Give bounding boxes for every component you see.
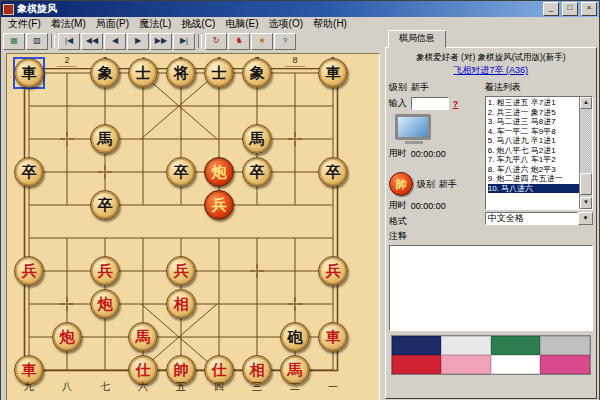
magic-icon[interactable]: ★ (251, 33, 273, 50)
move-list-item[interactable]: 6. 炮八平七 马2进1 (488, 146, 579, 156)
piece-black-卒[interactable]: 卒 (90, 190, 120, 220)
flip-board-icon[interactable]: ↻ (205, 33, 227, 50)
board-icon[interactable]: ▦ (3, 33, 25, 50)
tab-strip: 棋局信息 (385, 31, 599, 47)
move-list-item[interactable]: 10. 马八进六 (488, 184, 579, 194)
color-swatch[interactable] (441, 355, 491, 374)
piece-black-士[interactable]: 士 (204, 58, 234, 88)
board-column: ▦▨|◀◀◀◀▶▶▶▶|↻♞★? 123456789 車象士将士象車馬馬卒卒卒卒… (1, 31, 385, 400)
piece-black-士[interactable]: 士 (128, 58, 158, 88)
color-swatch[interactable] (441, 336, 491, 355)
piece-black-卒[interactable]: 卒 (242, 157, 272, 187)
menu-item[interactable]: 帮助(H) (308, 17, 352, 31)
move-input[interactable] (411, 97, 449, 110)
scroll-down-icon[interactable]: ▼ (580, 197, 592, 209)
piece-red-兵[interactable]: 兵 (90, 256, 120, 286)
move-list-item[interactable]: 5. 马八进九 卒1进1 (488, 136, 579, 146)
move-list-item[interactable]: 3. 马二进三 马8进7 (488, 117, 579, 127)
players-and-moves: 级别 新手 输入 ? 用时 (389, 81, 593, 228)
column-numeral: 六 (133, 380, 153, 394)
tab-game-info[interactable]: 棋局信息 (388, 30, 446, 48)
menu-item[interactable]: 魔法(L) (134, 17, 176, 31)
chevron-down-icon[interactable]: ▼ (578, 212, 593, 225)
forward-ten-icon[interactable]: ▶▶ (150, 33, 172, 50)
piece-red-炮[interactable]: 炮 (90, 289, 120, 319)
piece-black-象[interactable]: 象 (242, 58, 272, 88)
piece-red-炮[interactable]: 炮 (204, 157, 234, 187)
column-number: 8 (285, 54, 305, 67)
piece-black-卒[interactable]: 卒 (166, 157, 196, 187)
menu-item[interactable]: 文件(F) (3, 17, 46, 31)
menu-item[interactable]: 挑战(C) (176, 17, 220, 31)
back-icon[interactable]: ◀ (104, 33, 126, 50)
piece-black-象[interactable]: 象 (90, 58, 120, 88)
move-list-scrollbar[interactable]: ▲ ▼ (579, 97, 592, 209)
move-list-item[interactable]: 9. 炮二进四 兵五进一 (488, 174, 579, 184)
piece-black-馬[interactable]: 馬 (90, 124, 120, 154)
scroll-up-icon[interactable]: ▲ (580, 97, 592, 109)
color-swatch[interactable] (392, 336, 442, 355)
toolbar-separator (51, 34, 55, 48)
color-swatch[interactable] (540, 336, 590, 355)
menu-item[interactable]: 着法(M) (46, 17, 91, 31)
human-time-label: 用时 (389, 199, 407, 212)
format-value[interactable]: 中文全格 (485, 212, 578, 225)
scroll-track[interactable] (580, 109, 592, 197)
piece-red-兵[interactable]: 兵 (14, 256, 44, 286)
move-list-item[interactable]: 4. 车一平二 车9平8 (488, 127, 579, 137)
piece-black-将[interactable]: 将 (166, 58, 196, 88)
last-move-icon[interactable]: ▶| (173, 33, 195, 50)
move-list-item[interactable]: 2. 兵三进一 象7进5 (488, 108, 579, 118)
menu-item[interactable]: 选项(O) (264, 17, 308, 31)
color-swatch[interactable] (491, 336, 541, 355)
app-icon (3, 4, 14, 15)
help-icon[interactable]: ? (274, 33, 296, 50)
opening-link[interactable]: 飞相对进7卒 (A36) (389, 64, 593, 77)
players-line: 象棋爱好者 (对) 象棋旋风(试用版)(新手) (389, 52, 593, 62)
column-numeral: 九 (19, 380, 39, 394)
input-help-link[interactable]: ? (453, 99, 459, 109)
board-area: 123456789 車象士将士象車馬馬卒卒卒卒卒砲炮兵兵兵兵兵炮相炮馬車車仕帥仕… (1, 51, 385, 400)
menu-item[interactable]: 电脑(E) (220, 17, 263, 31)
piece-red-相[interactable]: 相 (166, 289, 196, 319)
player-info-column: 级别 新手 输入 ? 用时 (389, 81, 481, 228)
piece-red-馬[interactable]: 馬 (128, 322, 158, 352)
minimize-button[interactable]: _ (543, 2, 559, 16)
column-numeral: 一 (323, 380, 343, 394)
forward-icon[interactable]: ▶ (127, 33, 149, 50)
piece-black-卒[interactable]: 卒 (318, 157, 348, 187)
piece-black-車[interactable]: 車 (14, 58, 44, 88)
app-window: 象棋旋风 _ □ × 文件(F)着法(M)局面(P)魔法(L)挑战(C)电脑(E… (0, 0, 600, 400)
back-ten-icon[interactable]: ◀◀ (81, 33, 103, 50)
title-bar: 象棋旋风 _ □ × (1, 1, 599, 17)
piece-black-車[interactable]: 車 (318, 58, 348, 88)
piece-red-兵[interactable]: 兵 (204, 190, 234, 220)
piece-red-炮[interactable]: 炮 (52, 322, 82, 352)
menu-item[interactable]: 局面(P) (91, 17, 134, 31)
move-input-label: 输入 (389, 97, 407, 110)
notes-box[interactable] (389, 245, 593, 331)
window-title: 象棋旋风 (17, 2, 540, 16)
color-swatch[interactable] (491, 355, 541, 374)
xiangqi-board[interactable]: 123456789 車象士将士象車馬馬卒卒卒卒卒砲炮兵兵兵兵兵炮相炮馬車車仕帥仕… (6, 53, 380, 400)
piece-red-車[interactable]: 車 (318, 322, 348, 352)
color-swatch[interactable] (540, 355, 590, 374)
piece-red-兵[interactable]: 兵 (318, 256, 348, 286)
color-swatch[interactable] (392, 355, 442, 374)
piece-black-馬[interactable]: 馬 (242, 124, 272, 154)
piece-black-砲[interactable]: 砲 (280, 322, 310, 352)
piece-red-兵[interactable]: 兵 (166, 256, 196, 286)
move-list-item[interactable]: 7. 车九平八 车1平2 (488, 155, 579, 165)
engine-time-label: 用时 (389, 147, 407, 160)
toolbar-separator (198, 34, 202, 48)
close-button[interactable]: × (581, 2, 597, 16)
scroll-thumb[interactable] (580, 173, 592, 195)
format-combobox[interactable]: 中文全格 ▼ (485, 212, 593, 225)
move-list-item[interactable]: 1. 相三进五 卒7进1 (488, 98, 579, 108)
move-list-item[interactable]: 8. 车八进六 炮2平3 (488, 165, 579, 175)
maximize-button[interactable]: □ (562, 2, 578, 16)
piece-black-卒[interactable]: 卒 (14, 157, 44, 187)
setup-position-icon[interactable]: ▨ (26, 33, 48, 50)
engine-icon[interactable]: ♞ (228, 33, 250, 50)
first-move-icon[interactable]: |◀ (58, 33, 80, 50)
